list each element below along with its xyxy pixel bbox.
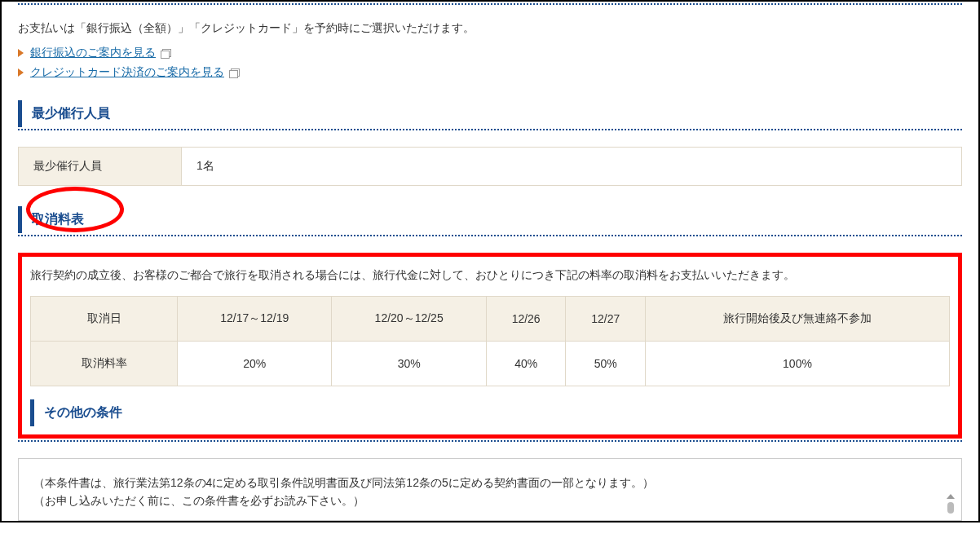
- cancel-rate-2: 40%: [486, 342, 566, 386]
- min-participants-table: 最少催行人員 1名: [18, 147, 962, 186]
- link-bank-transfer[interactable]: 銀行振込のご案内を見る: [18, 46, 962, 60]
- link-credit-card[interactable]: クレジットカード決済のご案内を見る: [18, 65, 962, 80]
- conditions-note-1: （本条件書は、旅行業法第12条の4に定める取引条件説明書面及び同法第12条の5に…: [33, 474, 947, 492]
- cancel-period-4: 旅行開始後及び無連絡不参加: [645, 297, 949, 342]
- cancel-period-3: 12/27: [566, 297, 646, 342]
- min-participants-label: 最少催行人員: [19, 148, 182, 186]
- cancel-period-0: 12/17～12/19: [178, 297, 332, 342]
- cancellation-table: 取消日 12/17～12/19 12/20～12/25 12/26 12/27 …: [30, 296, 950, 386]
- cancel-row-label-rate: 取消料率: [31, 342, 178, 386]
- payment-intro: お支払いは「銀行振込（全額）」「クレジットカード」を予約時にご選択いただけます。: [18, 21, 962, 36]
- cancel-period-1: 12/20～12/25: [332, 297, 486, 342]
- cancel-rate-0: 20%: [178, 342, 332, 386]
- section-heading-other-conditions: その他の条件: [30, 399, 950, 426]
- external-link-icon: [161, 49, 170, 58]
- link-text: クレジットカード決済のご案内を見る: [30, 65, 224, 80]
- triangle-icon: [18, 49, 24, 57]
- cancel-rate-4: 100%: [645, 342, 949, 386]
- conditions-note-2: （お申し込みいただく前に、この条件書を必ずお読み下さい。）: [33, 492, 947, 509]
- external-link-icon: [229, 68, 239, 77]
- min-participants-value: 1名: [182, 148, 962, 186]
- cancel-rate-1: 30%: [332, 342, 486, 386]
- annotation-box: 旅行契約の成立後、お客様のご都合で旅行を取消される場合には、旅行代金に対して、お…: [18, 253, 962, 439]
- section-heading-min-participants: 最少催行人員: [18, 100, 962, 127]
- annotation-circle: [26, 187, 124, 232]
- scrollbar[interactable]: [947, 494, 955, 514]
- cancel-period-2: 12/26: [486, 297, 566, 342]
- link-text: 銀行振込のご案内を見る: [30, 46, 156, 60]
- cancellation-description: 旅行契約の成立後、お客様のご都合で旅行を取消される場合には、旅行代金に対して、お…: [30, 268, 950, 283]
- triangle-icon: [18, 68, 24, 77]
- cancel-rate-3: 50%: [566, 342, 646, 386]
- section-heading-cancellation: 取消料表: [18, 206, 962, 233]
- cancel-row-label-date: 取消日: [31, 297, 178, 342]
- conditions-text-box: （本条件書は、旅行業法第12条の4に定める取引条件説明書面及び同法第12条の5に…: [18, 458, 962, 521]
